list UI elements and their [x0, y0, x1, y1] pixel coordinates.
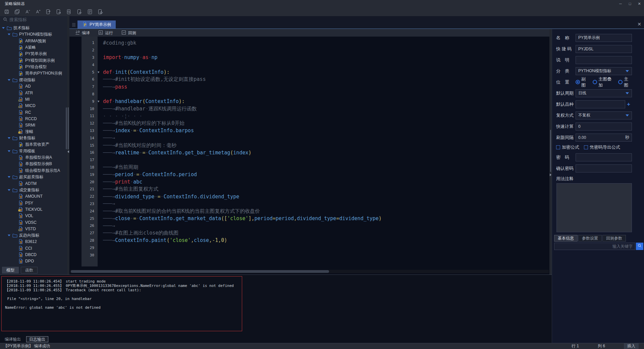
- radio-option[interactable]: 主图: [618, 76, 632, 88]
- backtest-button[interactable]: 回测: [118, 30, 139, 36]
- code-line[interactable]: 27───→#在图上画出close的曲线图: [69, 230, 549, 237]
- run-button[interactable]: 运行: [95, 30, 116, 36]
- tree-item[interactable]: P简单的PYTHON示例: [0, 70, 66, 77]
- maximize-button[interactable]: □: [625, 0, 635, 7]
- tree-item[interactable]: VADTM: [0, 180, 66, 187]
- tree-item[interactable]: PA策略: [0, 44, 66, 51]
- expand-arrow-icon[interactable]: [8, 34, 10, 35]
- fold-marker-icon[interactable]: ▼: [98, 70, 102, 74]
- editor-tab[interactable]: P PY简单示例: [77, 20, 116, 29]
- code-line[interactable]: 25───→close·=·ContextInfo.get_market_dat…: [69, 215, 549, 222]
- add-symbol-button[interactable]: +: [625, 101, 632, 108]
- tree-item[interactable]: V±MI: [0, 96, 66, 102]
- radio-icon[interactable]: [618, 80, 623, 84]
- output-tab[interactable]: 编译输出: [2, 336, 23, 342]
- checkbox-icon[interactable]: [584, 145, 588, 149]
- code-line[interactable]: 15───→#当前K线对应的时间：毫秒: [69, 142, 549, 149]
- code-line[interactable]: 21───→#当前主图复权方式: [69, 186, 549, 193]
- font-smaller-icon[interactable]: [24, 8, 31, 15]
- tree-item[interactable]: V涨幅: [0, 129, 66, 135]
- code-editor[interactable]: 编译运行回测 1#coding:gbk23import·numpy·as·np4…: [69, 29, 549, 275]
- tree-item[interactable]: VVOSC: [0, 219, 66, 226]
- tree-item[interactable]: VRCCD: [0, 115, 66, 122]
- right-splitter[interactable]: [549, 29, 552, 275]
- code-line[interactable]: 3import·numpy·as·np: [69, 54, 549, 61]
- left-splitter[interactable]: [67, 16, 69, 275]
- code-line[interactable]: 16───→realtime·=·ContextInfo.get_bar_tim…: [69, 149, 549, 156]
- dropdown-select[interactable]: [576, 111, 632, 119]
- code-line[interactable]: 24───→#取当前K线图对应的合约当前K线的当前主图复权方式下的收盘价: [69, 207, 549, 215]
- tree-item[interactable]: VATR: [0, 90, 66, 96]
- horizontal-scrollbar[interactable]: [70, 270, 549, 273]
- tree-folder[interactable]: PYTHON模型指标: [0, 31, 66, 38]
- tree-folder[interactable]: 财务指标: [0, 135, 66, 141]
- properties-tab[interactable]: 回测参数: [602, 235, 626, 242]
- code-line[interactable]: 14───→: [69, 134, 549, 142]
- save-icon[interactable]: [3, 8, 10, 15]
- tree-item[interactable]: VSRMI: [0, 122, 66, 128]
- code-area[interactable]: 1#coding:gbk23import·numpy·as·np45▼def·i…: [69, 37, 549, 266]
- compile-button[interactable]: 编译: [72, 30, 93, 36]
- search-button[interactable]: [636, 243, 643, 250]
- code-line[interactable]: 26───→: [69, 222, 549, 230]
- script-doc-icon[interactable]: [87, 8, 93, 15]
- tree-item[interactable]: VDPO: [0, 258, 66, 264]
- code-line[interactable]: 29: [69, 244, 549, 251]
- code-line[interactable]: 7───→pass: [69, 83, 549, 91]
- tree-item[interactable]: VDBCD: [0, 251, 66, 258]
- expand-arrow-icon[interactable]: [8, 150, 10, 152]
- tree-item[interactable]: VVOL: [0, 213, 66, 219]
- usage-notes-textarea[interactable]: [556, 183, 632, 232]
- code-line[interactable]: 23───→: [69, 200, 549, 208]
- sidebar-search[interactable]: 搜索指标: [0, 16, 67, 23]
- tree-item[interactable]: V±VSTD: [0, 226, 66, 232]
- search-doc-icon[interactable]: [66, 8, 72, 15]
- code-line[interactable]: 13───→index·=·ContextInfo.barpos: [69, 127, 549, 135]
- code-line[interactable]: 5▼def·init(ContextInfo):: [69, 68, 549, 76]
- code-line[interactable]: 28───→ContextInfo.paint('close',close,-1…: [69, 237, 549, 244]
- tree-item[interactable]: VTICKVOL: [0, 206, 66, 212]
- expand-arrow-icon[interactable]: [8, 79, 10, 81]
- checkbox-icon[interactable]: [556, 145, 560, 149]
- checkbox-option[interactable]: 加密公式: [556, 144, 579, 150]
- tree-item[interactable]: P股本营收资产: [0, 141, 66, 148]
- text-field[interactable]: [576, 34, 632, 42]
- text-field[interactable]: [576, 165, 632, 172]
- code-line[interactable]: 4: [69, 61, 549, 68]
- properties-tab[interactable]: 基本信息: [554, 235, 578, 242]
- settings-doc-icon[interactable]: [97, 8, 104, 15]
- radio-icon[interactable]: [593, 80, 597, 84]
- tree-item[interactable]: VB3612: [0, 239, 66, 245]
- minimize-button[interactable]: ─: [616, 0, 625, 7]
- code-line[interactable]: 6───→#init初始设定函数,无设定则直接pass: [69, 76, 549, 83]
- text-field[interactable]: [576, 123, 632, 130]
- tree-item[interactable]: VPSY: [0, 200, 66, 206]
- tree-item[interactable]: VCCI: [0, 245, 66, 251]
- fold-marker-icon[interactable]: ▼: [98, 100, 102, 103]
- checkbox-option[interactable]: 凭密码导出公式: [584, 144, 620, 150]
- font-larger-icon[interactable]: [35, 8, 41, 15]
- output-tab[interactable]: 日志输出: [26, 336, 48, 342]
- horizontal-scrollbar-thumb[interactable]: [71, 270, 329, 273]
- expand-arrow-icon[interactable]: [8, 176, 10, 178]
- close-tab-icon[interactable]: ✕: [637, 22, 641, 27]
- tree-folder[interactable]: 超买超卖指标: [0, 174, 66, 180]
- text-field[interactable]: [576, 154, 632, 161]
- code-line[interactable]: 12───→#当前K线的对应的下标从0开始: [69, 120, 549, 127]
- tree-item[interactable]: V单股模型示例B: [0, 161, 66, 167]
- code-line[interactable]: 30: [69, 251, 549, 259]
- tree-folder[interactable]: 技术指标: [0, 25, 66, 31]
- text-field[interactable]: [576, 45, 632, 53]
- keyword-search-input[interactable]: [554, 243, 635, 250]
- export-doc-icon[interactable]: [55, 8, 62, 15]
- tree-folder[interactable]: 常用模板: [0, 148, 66, 154]
- dropdown-select[interactable]: [576, 67, 632, 75]
- tree-item[interactable]: V±MICD: [0, 103, 66, 109]
- radio-icon[interactable]: [576, 80, 580, 84]
- tree-item[interactable]: PARIMA预测: [0, 38, 66, 44]
- text-field[interactable]: [576, 56, 632, 64]
- sidebar-tab[interactable]: 函数: [21, 267, 38, 273]
- revert-doc-icon[interactable]: [45, 8, 52, 15]
- save-all-icon[interactable]: [14, 8, 20, 15]
- code-line[interactable]: 19───→period·=·ContextInfo.period: [69, 171, 549, 178]
